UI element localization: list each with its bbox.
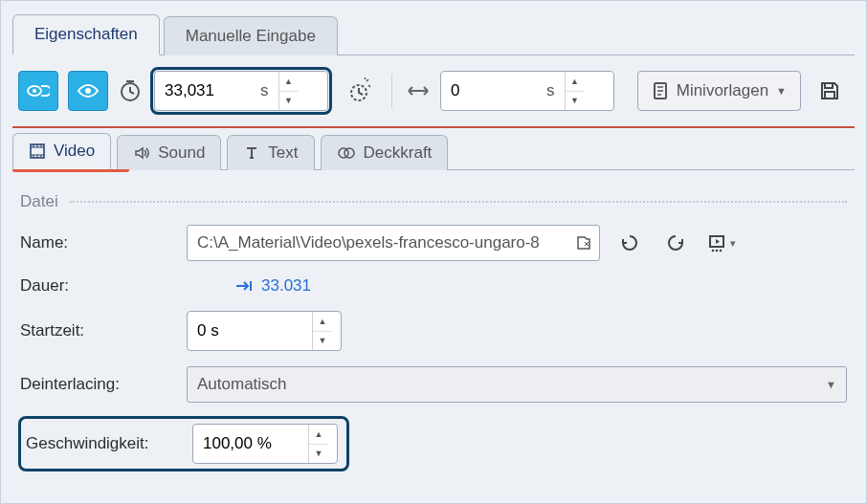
clock-sparkle-icon [345,77,372,104]
browse-file-button[interactable] [568,234,599,252]
tab-label: Text [268,143,298,163]
tab-label: Eigenschaften [34,25,138,43]
play-menu-button[interactable]: ▾ [705,227,738,259]
tab-manual-input[interactable]: Manuelle Eingabe [164,16,338,55]
stepper-up[interactable]: ▲ [309,425,328,445]
stepper-up[interactable]: ▲ [566,72,585,92]
duration-input[interactable]: s ▲▼ [154,71,328,111]
deinterlacing-select[interactable]: Automatisch ▼ [187,366,847,403]
tab-video[interactable]: Video [12,133,111,170]
field-duration: Dauer: 33.031 [20,276,847,296]
speed-value[interactable] [193,425,308,463]
opacity-icon [337,144,356,162]
svg-rect-6 [825,83,833,88]
tab-label: Sound [158,143,205,163]
transition-icon [406,81,431,100]
duration-highlight: s ▲▼ [152,69,330,113]
main-tabs: Eigenschaften Manuelle Eingabe [12,12,855,55]
field-starttime: Startzeit: ▲▼ [20,311,847,351]
time-transform-button[interactable] [340,72,378,110]
svg-point-14 [720,250,722,252]
svg-rect-7 [825,92,834,99]
sound-icon [133,144,150,162]
preview-button[interactable] [68,71,108,111]
eye-icon [78,83,99,99]
tab-opacity[interactable]: Deckkraft [321,135,449,170]
film-icon [29,142,46,160]
rotate-cw-icon [665,232,686,253]
label-name: Name: [20,233,173,252]
section-file-title: Datei [20,192,847,211]
svg-point-2 [85,88,91,94]
separator [391,74,392,108]
deinterlacing-value: Automatisch [197,375,287,394]
tab-text[interactable]: Text [227,135,314,170]
chevron-down-icon: ▼ [826,379,836,390]
field-name: Name: ▾ [20,225,847,261]
duration-value[interactable] [155,72,260,110]
rotate-ccw-button[interactable] [613,227,646,259]
field-speed: Geschwindigkeit: ▲▼ [20,418,847,470]
mini-templates-label: Minivorlagen [677,81,768,100]
preview-link-button[interactable] [18,71,58,111]
rotate-ccw-icon [619,232,640,253]
label-starttime: Startzeit: [20,321,173,340]
save-icon [818,79,841,102]
starttime-input[interactable]: ▲▼ [187,311,342,351]
label-deinterlacing: Deinterlacing: [20,375,173,394]
stepper-up[interactable]: ▲ [279,72,299,92]
tab-label: Deckkraft [364,143,433,163]
tab-label: Video [54,142,95,161]
stepper-up[interactable]: ▲ [313,312,332,332]
goto-end-icon [234,278,254,294]
chevron-down-icon: ▼ [776,85,787,97]
save-button[interactable] [811,72,849,110]
svg-point-1 [33,89,36,93]
duration-value-link[interactable]: 33.031 [261,276,311,296]
sub-tabs: Video Sound Text Deckkraft [12,132,855,170]
link-eye-icon [27,83,50,99]
stepper-down[interactable]: ▼ [313,332,332,351]
label-speed: Geschwindigkeit: [26,434,179,453]
svg-point-10 [345,148,354,158]
transition-value[interactable] [441,72,546,110]
section-label: Datei [20,192,58,211]
transition-unit: s [546,81,565,100]
stepper-down[interactable]: ▼ [566,92,585,111]
tab-sound[interactable]: Sound [117,135,221,170]
speed-input[interactable]: ▲▼ [192,424,338,464]
active-tab-indicator [12,169,129,172]
tab-label: Manuelle Eingabe [186,27,316,45]
folder-open-icon [575,234,592,252]
stepper-down[interactable]: ▼ [279,92,299,111]
field-deinterlacing: Deinterlacing: Automatisch ▼ [20,366,847,403]
rotate-cw-button[interactable] [659,227,692,259]
stepper-down[interactable]: ▼ [309,445,328,464]
tab-properties[interactable]: Eigenschaften [12,14,160,55]
template-icon [652,81,669,100]
clock-icon [118,78,143,103]
transition-input[interactable]: s ▲▼ [440,71,614,111]
play-dots-icon [707,232,728,253]
duration-unit: s [260,81,278,100]
file-path-input[interactable] [187,225,600,261]
label-duration: Dauer: [20,276,173,296]
mini-templates-button[interactable]: Minivorlagen ▼ [637,71,801,111]
toolbar: s ▲▼ s ▲▼ Minivorlagen ▼ [12,55,855,128]
text-icon [243,144,260,162]
svg-point-13 [716,250,719,252]
starttime-value[interactable] [188,312,312,350]
svg-point-12 [712,250,715,252]
file-path-value[interactable] [188,233,568,252]
